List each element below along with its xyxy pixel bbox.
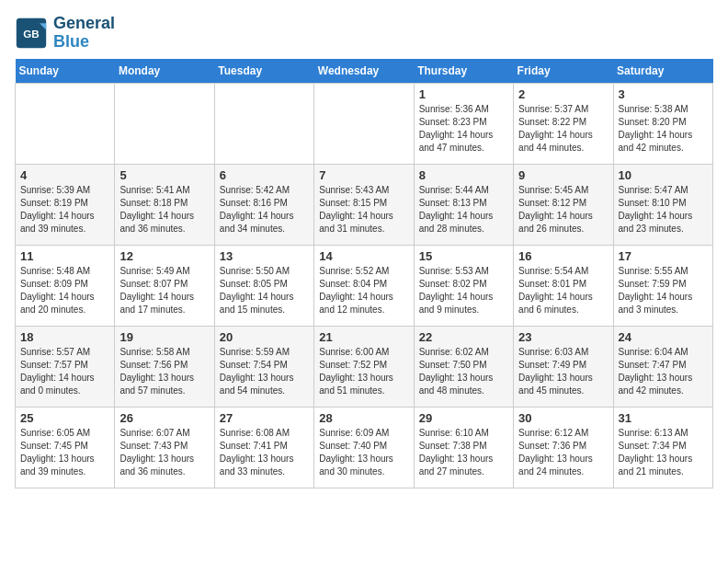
day-number: 22 — [419, 330, 508, 344]
calendar-cell: 11Sunrise: 5:48 AM Sunset: 8:09 PM Dayli… — [16, 245, 115, 326]
day-number: 1 — [419, 87, 508, 101]
week-row-5: 25Sunrise: 6:05 AM Sunset: 7:45 PM Dayli… — [16, 407, 713, 488]
day-header-monday: Monday — [115, 59, 214, 84]
day-info: Sunrise: 5:52 AM Sunset: 8:04 PM Dayligh… — [319, 265, 408, 316]
calendar-cell: 16Sunrise: 5:54 AM Sunset: 8:01 PM Dayli… — [514, 245, 613, 326]
day-info: Sunrise: 5:36 AM Sunset: 8:23 PM Dayligh… — [419, 103, 508, 155]
day-info: Sunrise: 5:38 AM Sunset: 8:20 PM Dayligh… — [619, 103, 708, 155]
day-number: 21 — [319, 330, 408, 344]
week-row-3: 11Sunrise: 5:48 AM Sunset: 8:09 PM Dayli… — [16, 245, 713, 326]
day-info: Sunrise: 6:05 AM Sunset: 7:45 PM Dayligh… — [20, 427, 109, 478]
calendar-cell: 20Sunrise: 5:59 AM Sunset: 7:54 PM Dayli… — [214, 326, 313, 407]
day-number: 29 — [419, 411, 508, 425]
calendar-cell: 1Sunrise: 5:36 AM Sunset: 8:23 PM Daylig… — [414, 83, 513, 164]
calendar-cell: 27Sunrise: 6:08 AM Sunset: 7:41 PM Dayli… — [214, 407, 313, 488]
week-row-2: 4Sunrise: 5:39 AM Sunset: 8:19 PM Daylig… — [16, 164, 713, 245]
day-info: Sunrise: 5:48 AM Sunset: 8:09 PM Dayligh… — [20, 265, 109, 316]
day-info: Sunrise: 6:09 AM Sunset: 7:40 PM Dayligh… — [319, 427, 408, 478]
day-number: 8 — [419, 168, 508, 182]
day-header-wednesday: Wednesday — [314, 59, 414, 84]
day-number: 20 — [220, 330, 309, 344]
calendar-cell: 26Sunrise: 6:07 AM Sunset: 7:43 PM Dayli… — [115, 407, 214, 488]
day-info: Sunrise: 6:04 AM Sunset: 7:47 PM Dayligh… — [619, 346, 708, 397]
day-number: 11 — [20, 249, 109, 263]
calendar-cell: 2Sunrise: 5:37 AM Sunset: 8:22 PM Daylig… — [514, 83, 613, 164]
day-number: 13 — [220, 249, 309, 263]
day-number: 14 — [319, 249, 408, 263]
day-info: Sunrise: 5:45 AM Sunset: 8:12 PM Dayligh… — [518, 184, 608, 236]
day-info: Sunrise: 5:58 AM Sunset: 7:56 PM Dayligh… — [119, 346, 209, 397]
calendar-cell: 24Sunrise: 6:04 AM Sunset: 7:47 PM Dayli… — [613, 326, 712, 407]
calendar-cell: 14Sunrise: 5:52 AM Sunset: 8:04 PM Dayli… — [314, 245, 414, 326]
day-info: Sunrise: 5:54 AM Sunset: 8:01 PM Dayligh… — [518, 265, 608, 316]
day-number: 9 — [518, 168, 608, 182]
calendar-cell: 7Sunrise: 5:43 AM Sunset: 8:15 PM Daylig… — [314, 164, 414, 245]
day-header-sunday: Sunday — [16, 59, 115, 84]
page-header: GB General Blue — [15, 15, 713, 52]
calendar-cell: 25Sunrise: 6:05 AM Sunset: 7:45 PM Dayli… — [16, 407, 115, 488]
day-number: 16 — [518, 249, 608, 263]
day-number: 19 — [119, 330, 209, 344]
day-info: Sunrise: 6:12 AM Sunset: 7:36 PM Dayligh… — [518, 427, 608, 478]
calendar-cell: 13Sunrise: 5:50 AM Sunset: 8:05 PM Dayli… — [214, 245, 313, 326]
calendar-cell: 21Sunrise: 6:00 AM Sunset: 7:52 PM Dayli… — [314, 326, 414, 407]
calendar-cell: 22Sunrise: 6:02 AM Sunset: 7:50 PM Dayli… — [414, 326, 513, 407]
day-info: Sunrise: 5:57 AM Sunset: 7:57 PM Dayligh… — [20, 346, 109, 397]
day-info: Sunrise: 5:50 AM Sunset: 8:05 PM Dayligh… — [220, 265, 309, 316]
calendar-cell: 10Sunrise: 5:47 AM Sunset: 8:10 PM Dayli… — [613, 164, 712, 245]
calendar: SundayMondayTuesdayWednesdayThursdayFrid… — [15, 59, 713, 488]
day-info: Sunrise: 5:39 AM Sunset: 8:19 PM Dayligh… — [20, 184, 109, 236]
logo-icon: GB — [15, 17, 48, 50]
calendar-cell: 6Sunrise: 5:42 AM Sunset: 8:16 PM Daylig… — [214, 164, 313, 245]
day-number: 28 — [319, 411, 408, 425]
day-number: 10 — [619, 168, 708, 182]
calendar-cell: 29Sunrise: 6:10 AM Sunset: 7:38 PM Dayli… — [414, 407, 513, 488]
calendar-cell: 5Sunrise: 5:41 AM Sunset: 8:18 PM Daylig… — [115, 164, 214, 245]
day-number: 5 — [119, 168, 209, 182]
day-number: 17 — [619, 249, 708, 263]
day-info: Sunrise: 5:47 AM Sunset: 8:10 PM Dayligh… — [619, 184, 708, 236]
day-info: Sunrise: 5:44 AM Sunset: 8:13 PM Dayligh… — [419, 184, 508, 236]
day-number: 3 — [619, 87, 708, 101]
day-number: 27 — [220, 411, 309, 425]
calendar-cell: 12Sunrise: 5:49 AM Sunset: 8:07 PM Dayli… — [115, 245, 214, 326]
day-header-friday: Friday — [514, 59, 613, 84]
day-number: 26 — [119, 411, 209, 425]
calendar-cell: 19Sunrise: 5:58 AM Sunset: 7:56 PM Dayli… — [115, 326, 214, 407]
day-info: Sunrise: 6:00 AM Sunset: 7:52 PM Dayligh… — [319, 346, 408, 397]
calendar-cell: 9Sunrise: 5:45 AM Sunset: 8:12 PM Daylig… — [514, 164, 613, 245]
day-info: Sunrise: 6:03 AM Sunset: 7:49 PM Dayligh… — [518, 346, 608, 397]
day-number: 7 — [319, 168, 408, 182]
calendar-cell: 17Sunrise: 5:55 AM Sunset: 7:59 PM Dayli… — [613, 245, 712, 326]
day-info: Sunrise: 5:49 AM Sunset: 8:07 PM Dayligh… — [119, 265, 209, 316]
calendar-cell: 28Sunrise: 6:09 AM Sunset: 7:40 PM Dayli… — [314, 407, 414, 488]
calendar-cell: 15Sunrise: 5:53 AM Sunset: 8:02 PM Dayli… — [414, 245, 513, 326]
calendar-cell — [214, 83, 313, 164]
calendar-cell: 3Sunrise: 5:38 AM Sunset: 8:20 PM Daylig… — [613, 83, 712, 164]
calendar-cell: 4Sunrise: 5:39 AM Sunset: 8:19 PM Daylig… — [16, 164, 115, 245]
day-number: 24 — [619, 330, 708, 344]
day-number: 30 — [518, 411, 608, 425]
day-info: Sunrise: 5:37 AM Sunset: 8:22 PM Dayligh… — [518, 103, 608, 155]
day-info: Sunrise: 5:55 AM Sunset: 7:59 PM Dayligh… — [619, 265, 708, 316]
day-info: Sunrise: 6:07 AM Sunset: 7:43 PM Dayligh… — [119, 427, 209, 478]
day-number: 15 — [419, 249, 508, 263]
calendar-cell: 31Sunrise: 6:13 AM Sunset: 7:34 PM Dayli… — [613, 407, 712, 488]
week-row-1: 1Sunrise: 5:36 AM Sunset: 8:23 PM Daylig… — [16, 83, 713, 164]
calendar-cell: 18Sunrise: 5:57 AM Sunset: 7:57 PM Dayli… — [16, 326, 115, 407]
day-info: Sunrise: 5:53 AM Sunset: 8:02 PM Dayligh… — [419, 265, 508, 316]
day-number: 31 — [619, 411, 708, 425]
day-info: Sunrise: 6:13 AM Sunset: 7:34 PM Dayligh… — [619, 427, 708, 478]
day-info: Sunrise: 5:43 AM Sunset: 8:15 PM Dayligh… — [319, 184, 408, 236]
day-number: 12 — [119, 249, 209, 263]
calendar-cell — [115, 83, 214, 164]
calendar-cell: 23Sunrise: 6:03 AM Sunset: 7:49 PM Dayli… — [514, 326, 613, 407]
day-info: Sunrise: 5:42 AM Sunset: 8:16 PM Dayligh… — [220, 184, 309, 236]
logo-text: General Blue — [53, 15, 115, 52]
day-info: Sunrise: 5:59 AM Sunset: 7:54 PM Dayligh… — [220, 346, 309, 397]
day-header-saturday: Saturday — [613, 59, 712, 84]
svg-text:GB: GB — [23, 28, 40, 40]
calendar-cell: 30Sunrise: 6:12 AM Sunset: 7:36 PM Dayli… — [514, 407, 613, 488]
day-info: Sunrise: 6:10 AM Sunset: 7:38 PM Dayligh… — [419, 427, 508, 478]
day-number: 4 — [20, 168, 109, 182]
